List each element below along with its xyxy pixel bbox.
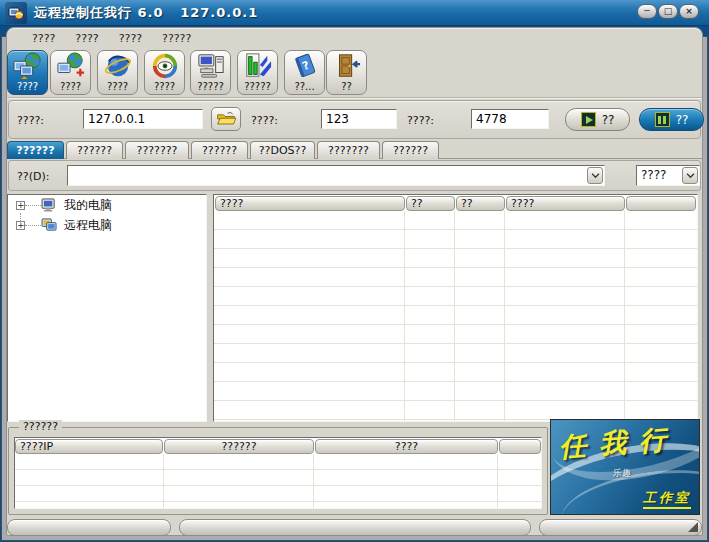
app-icon[interactable]	[5, 2, 27, 24]
tab-7[interactable]: ??????	[382, 141, 439, 159]
table-row	[214, 249, 697, 268]
internet-globe-icon	[103, 51, 133, 81]
tab-4[interactable]: ??????	[191, 141, 248, 159]
status-panel-3	[539, 519, 702, 536]
toolbar-button-label: ??	[341, 81, 352, 92]
file-list: ???? ?? ?? ????	[213, 194, 698, 422]
file-list-header: ???? ?? ?? ????	[214, 195, 697, 211]
chevron-down-icon[interactable]	[682, 167, 698, 184]
tree-dots	[25, 225, 41, 226]
type-combobox[interactable]: ????	[636, 165, 700, 186]
table-row	[214, 382, 697, 401]
column-header-size[interactable]: ??	[406, 196, 455, 211]
toolbar-button-help[interactable]: ? ??...	[284, 50, 325, 95]
table-row	[214, 401, 697, 420]
tree-item-label: 远程电脑	[64, 217, 112, 234]
port-input[interactable]	[471, 109, 549, 129]
status-bar	[7, 519, 702, 536]
table-row	[15, 454, 541, 470]
window-title: 远程控制任我行 6.0 127.0.0.1	[34, 4, 258, 22]
start-button-label: ??	[602, 113, 615, 127]
logo-subtitle: 乐趣	[613, 467, 631, 480]
stop-button-label: ??	[676, 113, 689, 127]
tree-item-my-computer[interactable]: + 我的电脑	[8, 195, 206, 215]
toolbar-button-label: ????	[17, 81, 38, 92]
stop-button[interactable]: ??	[639, 108, 704, 131]
toolbar-button-label: ????	[154, 81, 175, 92]
my-computer-icon	[41, 198, 59, 213]
table-row	[15, 470, 541, 486]
tab-1[interactable]: ??????	[7, 141, 64, 159]
table-row	[214, 287, 697, 306]
column-header-name[interactable]: ????	[215, 196, 405, 211]
computer-tree: + 我的电脑 +	[7, 194, 207, 422]
brand-logo-panel: 任我行 乐趣 工作室	[550, 419, 700, 515]
maximize-button[interactable]: □	[658, 4, 678, 19]
toolbar-button-internet[interactable]: ????	[97, 50, 138, 95]
table-row	[214, 268, 697, 287]
toolbar-button-statistics[interactable]: ?????	[237, 50, 278, 95]
remote-desktop-icon	[13, 51, 43, 81]
table-row	[214, 306, 697, 325]
app-icon-glyph	[8, 5, 24, 21]
password-input[interactable]	[321, 109, 397, 129]
tab-bar: ?????? ?????? ??????? ?????? ??DOS?? ???…	[7, 141, 702, 159]
menu-item-1[interactable]: ????	[29, 31, 58, 46]
connection-bar: ????: ????: ????: ?? ??	[8, 100, 701, 139]
column-header-extra[interactable]	[626, 196, 696, 211]
log-caption: ??????	[19, 420, 62, 433]
add-connection-icon	[56, 51, 86, 81]
table-row	[214, 211, 697, 230]
tab-3[interactable]: ???????	[125, 141, 189, 159]
exit-door-icon	[332, 51, 362, 81]
column-header-time[interactable]: ????	[315, 439, 498, 454]
toolbar-button-add-connection[interactable]: ????	[50, 50, 91, 95]
statistics-chart-icon	[243, 51, 273, 81]
command-combobox[interactable]	[67, 165, 605, 186]
column-header-extra[interactable]	[499, 439, 541, 454]
menu-item-3[interactable]: ????	[116, 31, 145, 46]
command-row: ??(D): ????	[8, 160, 701, 191]
log-table-header: ????IP ?????? ????	[15, 438, 541, 454]
column-header-status[interactable]: ??????	[164, 439, 314, 454]
table-row	[214, 344, 697, 363]
logo-studio: 工作室	[643, 489, 691, 509]
minimize-button[interactable]: ─	[637, 4, 657, 19]
host-input[interactable]	[83, 109, 203, 129]
column-header-type[interactable]: ??	[456, 196, 505, 211]
expand-icon[interactable]: +	[16, 201, 25, 210]
close-button[interactable]: ×	[679, 4, 699, 19]
tree-item-remote-computer[interactable]: + 远程电脑	[8, 215, 206, 235]
toolbar-button-label: ????	[60, 81, 81, 92]
password-label: ????:	[251, 114, 278, 127]
column-header-ip[interactable]: ????IP	[15, 439, 163, 454]
type-combobox-value: ????	[641, 168, 666, 182]
chevron-down-icon[interactable]	[587, 167, 603, 184]
expand-icon[interactable]: +	[16, 221, 25, 230]
titlebar: 远程控制任我行 6.0 127.0.0.1 ─ □ ×	[0, 0, 709, 26]
menu-item-2[interactable]: ????	[72, 31, 101, 46]
tab-5-dos[interactable]: ??DOS??	[250, 141, 315, 159]
port-label: ????:	[407, 114, 434, 127]
table-row	[214, 363, 697, 382]
menu-item-4[interactable]: ?????	[159, 31, 194, 46]
start-button[interactable]: ??	[565, 108, 630, 131]
toolbar-button-exit[interactable]: ??	[326, 50, 367, 95]
table-row	[15, 486, 541, 502]
host-label: ????:	[17, 114, 44, 127]
remote-computer-icon	[41, 218, 59, 233]
open-file-button[interactable]	[211, 107, 241, 131]
resize-grip[interactable]	[688, 522, 698, 532]
toolbar-button-computer[interactable]: ?????	[190, 50, 231, 95]
toolbar-button-label: ?????	[197, 81, 224, 92]
play-icon	[581, 112, 596, 127]
tab-6[interactable]: ???????	[317, 141, 380, 159]
tree-item-label: 我的电脑	[64, 197, 112, 214]
tree-dots	[25, 205, 41, 206]
column-header-date[interactable]: ????	[506, 196, 625, 211]
toolbar-button-view[interactable]: ????	[144, 50, 185, 95]
pause-icon	[655, 112, 670, 127]
toolbar-button-connect[interactable]: ????	[7, 50, 48, 95]
tab-2[interactable]: ??????	[66, 141, 123, 159]
my-computer-icon	[196, 51, 226, 81]
